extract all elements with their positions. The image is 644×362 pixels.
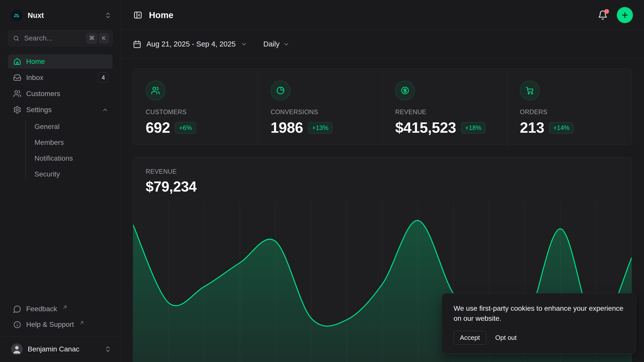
page-title: Home	[149, 10, 173, 20]
workspace-name: Nuxt	[28, 11, 44, 20]
speech-bubble-icon	[13, 305, 21, 313]
search-placeholder: Search...	[24, 34, 52, 42]
chevron-up-down-icon	[104, 346, 111, 353]
chevron-down-icon	[241, 41, 247, 48]
stats-card: CUSTOMERS 692 +6% CONVERSIONS 1986 +13%	[133, 68, 632, 145]
feedback-link[interactable]: Feedback	[8, 302, 112, 316]
page-header: Home	[121, 0, 644, 30]
stat-conversions[interactable]: CONVERSIONS 1986 +13%	[258, 69, 383, 148]
users-icon	[13, 89, 21, 98]
sidebar-subitem-security[interactable]: Security	[26, 166, 112, 182]
stat-label: CUSTOMERS	[146, 108, 245, 116]
kbd-cmd: ⌘	[87, 33, 97, 43]
footer-item-label: Help & Support	[26, 321, 74, 329]
sidebar-item-inbox[interactable]: Inbox 4	[8, 70, 112, 85]
notifications-button[interactable]	[598, 10, 608, 20]
workspace-switcher[interactable]: Nuxt	[8, 0, 112, 21]
notification-dot	[604, 9, 609, 14]
user-menu[interactable]: Benjamin Canac	[8, 338, 112, 360]
search-shortcut: ⌘ K	[87, 33, 109, 43]
filters-toolbar: Aug 21, 2025 - Sep 4, 2025 Daily	[121, 30, 644, 58]
revenue-chart-label: REVENUE	[146, 168, 619, 175]
home-icon	[13, 57, 21, 66]
stat-delta-badge: +18%	[461, 122, 486, 133]
revenue-chart-value: $79,234	[146, 178, 619, 195]
add-button[interactable]	[617, 7, 633, 23]
sidebar-subitem-notifications[interactable]: Notifications	[26, 150, 112, 166]
chevron-up-down-icon	[104, 12, 111, 19]
sidebar-footer: Feedback Help & Support Benjamin Canac	[8, 302, 112, 362]
avatar	[11, 343, 23, 355]
external-link-icon	[62, 305, 67, 310]
period-value: Daily	[263, 40, 279, 48]
sidebar-item-settings[interactable]: Settings	[8, 103, 112, 117]
sidebar-nav: Home Inbox 4 Customers	[8, 54, 112, 302]
pie-chart-icon	[271, 81, 290, 100]
sidebar-item-label: Inbox	[26, 74, 44, 82]
sidebar-subitem-members[interactable]: Members	[26, 134, 112, 150]
sidebar-divider	[0, 337, 120, 337]
stat-label: REVENUE	[395, 108, 495, 116]
main-area: Home Aug 21, 2025 - Sep 4, 2025	[121, 0, 644, 362]
accept-button[interactable]: Accept	[454, 331, 486, 345]
info-circle-icon	[13, 321, 21, 329]
kbd-k: K	[99, 33, 109, 43]
gear-icon	[13, 106, 21, 114]
dollar-circle-icon	[395, 81, 415, 100]
sidebar: Nuxt Search... ⌘ K Home	[0, 0, 121, 362]
nuxt-logo-icon	[11, 10, 23, 21]
stat-value: 692	[146, 119, 170, 136]
sidebar-subitem-general[interactable]: General	[26, 119, 112, 134]
stat-delta-badge: +13%	[308, 122, 333, 133]
stat-label: ORDERS	[520, 108, 619, 116]
help-support-link[interactable]: Help & Support	[8, 318, 112, 332]
date-range-value: Aug 21, 2025 - Sep 4, 2025	[146, 40, 236, 48]
stat-delta-badge: +14%	[549, 122, 574, 133]
opt-out-button[interactable]: Opt out	[494, 331, 518, 344]
cookie-banner: We use first-party cookies to enhance yo…	[442, 293, 636, 354]
sidebar-item-customers[interactable]: Customers	[8, 86, 112, 101]
inbox-icon	[13, 73, 21, 82]
external-link-icon	[79, 320, 84, 325]
inbox-count-badge: 4	[98, 72, 108, 83]
stat-revenue[interactable]: REVENUE $415,523 +18%	[382, 69, 507, 148]
sidebar-item-label: Customers	[26, 90, 60, 98]
footer-item-label: Feedback	[26, 305, 57, 313]
stat-value: $415,523	[395, 119, 456, 136]
stat-label: CONVERSIONS	[271, 108, 370, 116]
cookie-message: We use first-party cookies to enhance yo…	[454, 303, 624, 324]
stat-delta-badge: +6%	[175, 122, 196, 133]
user-name: Benjamin Canac	[28, 345, 79, 353]
sidebar-item-label: Settings	[26, 106, 52, 114]
stat-value: 213	[520, 119, 544, 136]
sidebar-item-label: Home	[26, 58, 45, 66]
cart-icon	[520, 81, 540, 100]
search-icon	[13, 35, 20, 42]
calendar-icon	[133, 40, 141, 49]
chevron-down-icon	[283, 41, 290, 48]
period-select[interactable]: Daily	[263, 40, 290, 48]
settings-subnav: General Members Notifications Security	[8, 119, 112, 182]
plus-icon	[621, 11, 629, 19]
stat-value: 1986	[271, 119, 303, 136]
users-icon	[146, 81, 165, 100]
sidebar-item-home[interactable]: Home	[8, 54, 112, 69]
panel-left-close-icon[interactable]	[133, 11, 142, 20]
stat-customers[interactable]: CUSTOMERS 692 +6%	[133, 69, 258, 148]
stat-orders[interactable]: ORDERS 213 +14%	[507, 69, 632, 148]
search-input[interactable]: Search... ⌘ K	[8, 30, 112, 46]
date-range-picker[interactable]: Aug 21, 2025 - Sep 4, 2025	[133, 40, 247, 49]
header-actions	[598, 7, 633, 23]
chevron-up-icon	[102, 107, 108, 113]
